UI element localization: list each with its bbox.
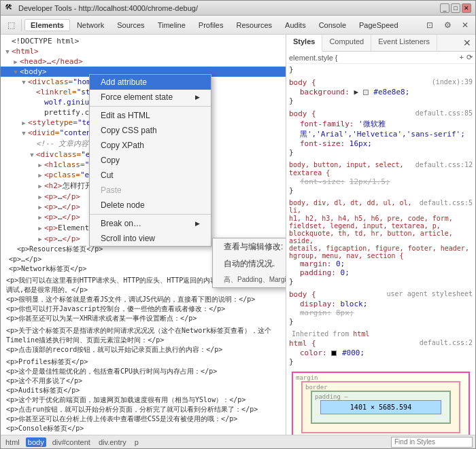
style-selector-body-2[interactable]: body { default.css:85 — [289, 109, 473, 118]
style-prop-color[interactable]: color: #000; — [289, 348, 473, 357]
triangle-p3[interactable]: ▶ — [36, 214, 44, 221]
dom-text-block2: <p>关于这个标签页不是指请求的时间请求况况况（这个在Network标签页查看）… — [1, 325, 286, 356]
crumb-body[interactable]: body — [26, 437, 46, 447]
element-style-label: element.style { — [289, 54, 338, 62]
close-button[interactable]: ✕ — [462, 3, 471, 13]
triangle-div-home[interactable]: ▼ — [20, 79, 28, 86]
tab-pagespeed[interactable]: PageSpeed — [353, 19, 405, 31]
style-prop-margin-8[interactable]: margin: 8px; — [289, 308, 473, 317]
style-rule-body-4: body, div, dl, dt, dd, ul, ol, li, defau… — [289, 199, 473, 286]
style-rule-body-1: body { (index):39 background: ▶ #e8e8e8;… — [289, 78, 473, 105]
color-swatch-bg[interactable] — [363, 90, 369, 95]
tab-console[interactable]: Console — [313, 19, 352, 31]
color-swatch-black[interactable] — [331, 351, 337, 356]
box-model-content-size: 1401 × 5685.594 — [320, 400, 441, 414]
ctx-break-on[interactable]: Break on… — [90, 216, 211, 231]
add-style-icon[interactable]: + — [460, 53, 464, 62]
styles-content[interactable]: } body { (index):39 background: ▶ #e8e8e… — [286, 64, 475, 435]
triangle-entry[interactable]: ▼ — [28, 151, 36, 158]
ctx-copy-css-path[interactable]: Copy CSS path — [90, 123, 211, 138]
tab-profiles[interactable]: Profiles — [192, 19, 230, 31]
style-prop-font-family[interactable]: font-family: '微软雅 — [289, 119, 473, 129]
more-icon[interactable]: ✕ — [458, 18, 473, 33]
dom-panel: <!DOCTYPE html> ▼ <html> ▶ <head>…</head… — [1, 35, 286, 435]
triangle-content[interactable]: ▼ — [20, 130, 28, 137]
styles-toolbar: element.style { + ⟳ — [286, 52, 475, 64]
style-selector-body-4[interactable]: body, div, dl, dt, dd, ul, ol, li, defau… — [289, 199, 473, 214]
style-selector-body-1[interactable]: body { (index):39 — [289, 78, 473, 87]
style-tab-computed[interactable]: Computed — [322, 35, 371, 51]
style-selector-ua[interactable]: body { user agent stylesheet — [289, 290, 473, 299]
style-selector-long2: fieldset, legend, input, textarea, p, — [289, 222, 473, 230]
style-selector-body-3[interactable]: body, button, input, select, default.css… — [289, 161, 473, 168]
style-prop-padding-0[interactable]: padding: 0; — [289, 268, 473, 277]
triangle-style[interactable]: ▶ — [20, 120, 28, 126]
style-prop-margin-0[interactable]: margin: 0; — [289, 259, 473, 268]
ctx-add-attribute[interactable]: Add attribute — [90, 75, 211, 90]
style-rule-body-3: body, button, input, select, default.css… — [289, 161, 473, 195]
style-selector-html[interactable]: html { default.css:2 — [289, 339, 473, 348]
dom-html[interactable]: ▼ <html> — [1, 46, 286, 56]
triangle-p-ent[interactable]: ▶ — [36, 172, 44, 179]
crumb-html[interactable]: html — [3, 437, 22, 447]
dom-head[interactable]: ▶ <head>…</head> — [1, 56, 286, 67]
dom-doctype[interactable]: <!DOCTYPE html> — [1, 36, 286, 46]
ctx-sep-2 — [90, 214, 211, 215]
ctx-copy[interactable]: Copy — [90, 153, 211, 168]
ctx-force-element-state[interactable]: Force element state — [90, 90, 211, 105]
ctx-copy-xpath[interactable]: Copy XPath — [90, 138, 211, 153]
ctx-sub-item-2[interactable]: 自动的情况况. — [213, 255, 286, 272]
style-rule-body-2: body { default.css:85 font-family: '微软雅 … — [289, 109, 473, 157]
style-prop-font-size-strike[interactable]: font-size: 12px/1.5; — [289, 177, 473, 186]
ctx-delete-node[interactable]: Delete node — [90, 198, 211, 213]
crumb-entry[interactable]: div.entry — [97, 437, 129, 447]
ctx-scroll-into-view[interactable]: Scroll into view — [90, 231, 211, 246]
tab-network[interactable]: Network — [71, 19, 110, 31]
triangle-html[interactable]: ▼ — [3, 48, 12, 55]
style-prop-font-size-1[interactable]: font-size: 16px; — [289, 139, 473, 148]
triangle-p-elements[interactable]: ▶ — [36, 225, 44, 232]
crumb-p[interactable]: p — [133, 437, 141, 447]
ctx-edit-html[interactable]: Edit as HTML — [90, 108, 211, 123]
main-area: <!DOCTYPE html> ▼ <html> ▶ <head>…</head… — [1, 35, 475, 435]
ctx-sub-item-1[interactable]: 查看与编辑修改: </p>. — [213, 238, 286, 255]
tab-resources[interactable]: Resources — [230, 19, 278, 31]
tab-sources[interactable]: Sources — [111, 19, 150, 31]
triangle-p2[interactable]: ▶ — [36, 204, 44, 211]
settings-icon[interactable]: ⚙ — [440, 18, 455, 33]
style-tab-styles[interactable]: Styles — [286, 35, 322, 52]
style-tab-event-listeners[interactable]: Event Listeners — [371, 35, 437, 51]
ctx-cut[interactable]: Cut — [90, 168, 211, 183]
box-model: margin border padding – 1401 × 5685.594 — [292, 372, 470, 435]
crumb-content[interactable]: div#content — [50, 437, 92, 447]
ctx-paste: Paste — [90, 183, 211, 198]
margin-label: margin — [296, 374, 318, 381]
padding-label: padding – — [315, 393, 348, 400]
tab-elements[interactable]: Elements — [24, 19, 70, 31]
toolbar-tabs: Elements Network Sources Timeline Profil… — [24, 19, 405, 31]
ctx-sub-item-3[interactable]: 高、Padding、Margin神马 — [213, 272, 286, 287]
inspect-icon[interactable]: ⬚ — [3, 18, 18, 33]
triangle-p1[interactable]: ▶ — [36, 194, 44, 200]
box-model-margin: margin border padding – 1401 × 5685.594 — [292, 372, 470, 435]
inherited-label: Inherited from html — [289, 330, 473, 338]
tab-timeline[interactable]: Timeline — [152, 19, 192, 31]
border-label: border — [305, 384, 328, 391]
triangle-body[interactable]: ▼ — [12, 69, 20, 75]
style-prop-display[interactable]: display: block; — [289, 300, 473, 308]
minimize-button[interactable]: _ — [440, 3, 449, 13]
tab-audits[interactable]: Audits — [279, 19, 312, 31]
refresh-styles-icon[interactable]: ⟳ — [466, 53, 473, 62]
dock-icon[interactable]: ⊡ — [422, 18, 437, 33]
triangle-p-collapsed[interactable]: ▶ — [36, 236, 44, 243]
find-styles-input[interactable] — [391, 437, 473, 448]
box-model-border: border padding – 1401 × 5685.594 — [301, 381, 460, 433]
style-prop-font-family-2[interactable]: 黑','Arial','Helvetica','sans-serif'; — [289, 129, 473, 139]
maximize-button[interactable]: □ — [451, 3, 460, 13]
triangle-head[interactable]: ▶ — [12, 58, 20, 65]
triangle-h1[interactable]: ▶ — [36, 162, 44, 168]
styles-panel: Styles Computed Event Listeners ✕ elemen… — [286, 35, 475, 435]
style-prop-background[interactable]: background: ▶ #e8e8e8; — [289, 88, 473, 96]
close-styles-icon[interactable]: ✕ — [459, 35, 475, 51]
triangle-h2[interactable]: ▶ — [36, 183, 44, 190]
